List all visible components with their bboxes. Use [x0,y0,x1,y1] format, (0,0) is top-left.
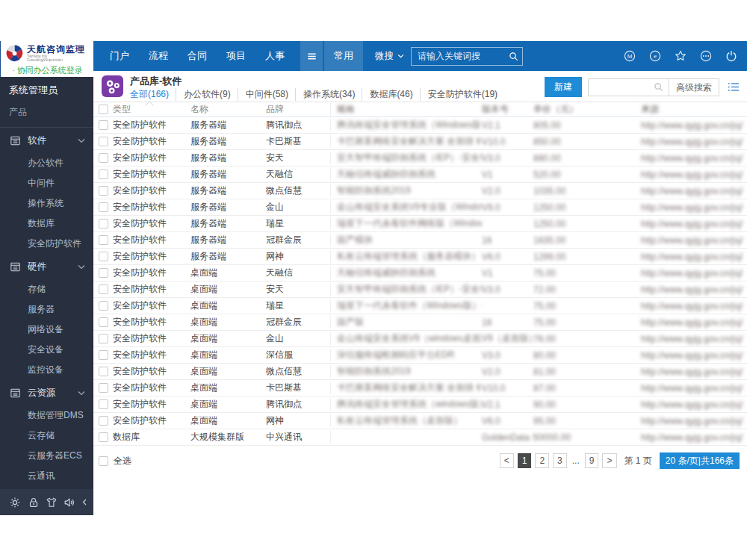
table-row[interactable]: 安全防护软件 服务器端 微点佰慧 智能防御系统2019 V2.0 1035.00… [93,183,747,199]
table-row[interactable]: 安全防护软件 服务器端 冠群金辰 国产模块 16 1635.00 http://… [93,232,747,249]
row-checkbox[interactable] [99,219,108,228]
row-checkbox[interactable] [99,317,108,327]
star-icon[interactable] [675,50,686,62]
sidebar-subitem[interactable]: 存储 [0,279,93,299]
search-icon[interactable] [509,51,518,64]
sidebar-subitem[interactable]: 云通讯 [0,466,93,486]
row-checkbox[interactable] [99,202,108,212]
sidebar-section-product[interactable]: 产品 [0,101,93,128]
sidebar-subitem[interactable]: 监控设备 [0,360,93,380]
row-checkbox[interactable] [99,137,108,146]
row-checkbox[interactable] [99,235,108,245]
sidebar-subitem[interactable]: 操作系统 [0,193,93,214]
oa-login-link[interactable]: · 协同办公系统登录 [5,65,90,76]
global-search-input[interactable] [411,47,523,66]
row-checkbox[interactable] [99,252,108,261]
topnav-item[interactable]: 项目 [220,41,252,71]
e-badge-icon[interactable]: e [649,50,661,62]
table-row[interactable]: 安全防护软件 桌面端 瑞星 瑞星下一代杀毒软件（Windows版）-桌面模块 7… [93,298,747,314]
search-scope-dropdown[interactable]: 微搜 [375,50,404,63]
page-button[interactable]: 1 [518,453,532,468]
table-row[interactable]: 安全防护软件 桌面端 天融信 天融信终端威胁防御系统 V1 75.00 http… [93,265,747,281]
table-row[interactable]: 安全防护软件 桌面端 网神 私有云终端管理系统（桌面版） V6.0 95.00 … [93,413,747,429]
page-button[interactable]: 2 [535,453,549,468]
category-tab[interactable]: 安全防护软件(19) [420,88,498,101]
list-view-icon[interactable] [728,81,740,93]
row-checkbox[interactable] [99,350,108,360]
sidebar-group-hardware[interactable]: 硬件 [0,254,93,279]
category-tab[interactable]: 数据库(46) [362,88,412,101]
sidebar-subitem[interactable]: 云存储 [0,426,93,446]
table-row[interactable]: 安全防护软件 桌面端 腾讯御点 腾讯终端安全管理系统（windows版）（V2.… [93,396,747,413]
sidebar-group-cloud[interactable]: 云资源 [0,380,93,405]
topnav-item[interactable]: 人事 [258,41,291,71]
row-checkbox[interactable] [99,120,108,130]
row-checkbox[interactable] [99,399,108,409]
advanced-search-button[interactable]: 高级搜索 [669,79,719,96]
power-icon[interactable] [725,50,737,62]
category-tab[interactable]: 办公软件(9) [176,88,231,101]
hamburger-icon[interactable] [300,41,323,71]
sidebar-subitem[interactable]: 云服务器ECS [0,446,93,466]
sidebar-subitem[interactable]: 数据库 [0,214,93,234]
header-checkbox[interactable] [99,105,108,114]
per-page-badge[interactable]: 20 条/页|共166条 [660,452,740,469]
sidebar-subitem[interactable]: 安全设备 [0,340,93,360]
table-search-input[interactable] [589,80,648,95]
table-row[interactable]: 安全防护软件 桌面端 微点佰慧 智能防御系统2019 V2.0 81.00 ht… [93,364,747,380]
table-row[interactable]: 安全防护软件 桌面端 金山 金山终端安全系统V9（windows桌面版） V9（… [93,331,747,347]
table-row[interactable]: 安全防护软件 桌面端 安天 安天智甲终端防御系统（IEP）-安全增强型版本 V3… [93,281,747,298]
sidebar-subitem[interactable]: 数据管理DMS [0,405,93,426]
topnav-item[interactable]: 流程 [142,41,175,71]
table-row[interactable]: 安全防护软件 服务器端 腾讯御点 腾讯终端安全管理系统（Windows版） V2… [93,117,747,134]
m-badge-icon[interactable]: M [624,50,636,62]
category-tab[interactable]: 全部(166) [130,88,169,101]
table-row[interactable]: 安全防护软件 服务器端 天融信 天融信终端威胁防御系统 V1 520.00 ht… [93,167,747,183]
volume-icon[interactable] [63,497,75,508]
sidebar-subitem[interactable]: 网络设备 [0,320,93,340]
table-row[interactable]: 安全防护软件 服务器端 瑞星 瑞星下一代杀毒软件网络版（Windows版）-服务… [93,216,747,232]
table-row[interactable]: 安全防护软件 桌面端 冠群金辰 国产版 16 75.00 http://www.… [93,314,747,331]
table-row[interactable]: 安全防护软件 桌面端 卡巴斯基 卡巴斯基网络安全解决方案 全面级 针对桌面办公终… [93,380,747,396]
topnav-item[interactable]: 合同 [181,41,214,71]
row-checkbox[interactable] [99,186,108,196]
topnav-item[interactable]: 门户 [103,41,136,71]
row-checkbox[interactable] [99,432,108,442]
row-checkbox[interactable] [99,268,108,278]
row-checkbox[interactable] [99,334,108,343]
ellipsis-icon[interactable] [700,50,712,62]
table-row[interactable]: 数据库 大规模集群版 中兴通讯 GoldenData s… 50000.00 h… [93,429,747,446]
sidebar-group-software[interactable]: 软件 [0,128,93,153]
row-checkbox[interactable] [99,284,108,294]
select-all-checkbox[interactable] [99,456,108,466]
gear-icon[interactable] [9,497,21,508]
sidebar-subitem[interactable]: 安全防护软件 [0,234,93,254]
table-row[interactable]: 安全防护软件 服务器端 金山 金山终端安全系统V9专业版（Windows服务器版… [93,199,747,216]
theme-shirt-icon[interactable] [46,497,58,508]
page-button[interactable]: 9 [585,453,599,468]
collapse-icon[interactable] [82,499,87,505]
row-checkbox[interactable] [99,367,108,376]
search-icon[interactable] [654,82,663,92]
sidebar-subitem[interactable]: 中间件 [0,173,93,193]
category-tab[interactable]: 操作系统(34) [295,88,355,101]
sidebar-subitem[interactable]: 办公软件 [0,153,93,173]
row-checkbox[interactable] [99,383,108,393]
sidebar-subitem[interactable]: 服务器 [0,299,93,320]
row-checkbox[interactable] [99,153,108,163]
page-button[interactable]: 3 [553,453,567,468]
page-button[interactable]: > [602,453,616,468]
lock-icon[interactable] [28,497,40,508]
row-checkbox[interactable] [99,169,108,179]
category-tab[interactable]: 中间件(58) [238,88,288,101]
table-row[interactable]: 安全防护软件 服务器端 卡巴斯基 卡巴斯基网络安全解决方案 全面级 针对文件服务… [93,134,747,150]
row-checkbox[interactable] [99,301,108,311]
topnav-item-pinned[interactable]: 常用 [324,41,363,71]
table-row[interactable]: 安全防护软件 服务器端 网神 私有云终端管理系统（服务器模块） V6.0 129… [93,249,747,265]
row-checkbox[interactable] [99,416,108,426]
page-button[interactable]: ... [571,453,581,468]
create-new-button[interactable]: 新建 [545,77,582,97]
table-row[interactable]: 安全防护软件 服务器端 安天 安天智甲终端防御系统（IEP）-安全增强型版本 V… [93,150,747,167]
table-row[interactable]: 安全防护软件 桌面端 深信服 深信服终端检测响应平台EDR V3.0 80.00… [93,347,747,364]
page-button[interactable]: < [500,453,514,468]
